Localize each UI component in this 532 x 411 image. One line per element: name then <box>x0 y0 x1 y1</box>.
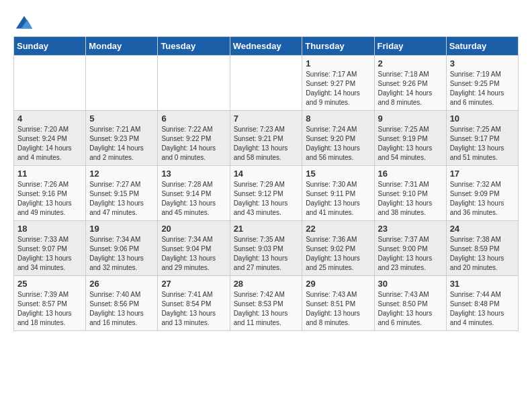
day-info: Sunrise: 7:24 AM Sunset: 9:20 PM Dayligh… <box>306 126 360 161</box>
day-number: 27 <box>161 279 226 289</box>
calendar-cell: 24Sunrise: 7:38 AM Sunset: 8:59 PM Dayli… <box>446 221 518 276</box>
day-info: Sunrise: 7:43 AM Sunset: 8:51 PM Dayligh… <box>306 291 360 326</box>
day-info: Sunrise: 7:32 AM Sunset: 9:09 PM Dayligh… <box>450 181 504 216</box>
calendar-cell: 11Sunrise: 7:26 AM Sunset: 9:16 PM Dayli… <box>14 166 86 221</box>
day-number: 30 <box>378 279 443 289</box>
calendar-cell: 9Sunrise: 7:25 AM Sunset: 9:19 PM Daylig… <box>374 111 446 166</box>
column-header-tuesday: Tuesday <box>158 37 230 56</box>
week-row-5: 25Sunrise: 7:39 AM Sunset: 8:57 PM Dayli… <box>14 276 519 331</box>
calendar-cell: 31Sunrise: 7:44 AM Sunset: 8:48 PM Dayli… <box>446 276 518 331</box>
calendar-cell: 4Sunrise: 7:20 AM Sunset: 9:24 PM Daylig… <box>14 111 86 166</box>
day-number: 5 <box>89 113 154 124</box>
calendar-cell: 18Sunrise: 7:33 AM Sunset: 9:07 PM Dayli… <box>14 221 86 276</box>
day-info: Sunrise: 7:19 AM Sunset: 9:25 PM Dayligh… <box>450 71 504 106</box>
day-number: 25 <box>17 279 82 289</box>
calendar-cell: 16Sunrise: 7:31 AM Sunset: 9:10 PM Dayli… <box>374 166 446 221</box>
calendar-cell: 21Sunrise: 7:35 AM Sunset: 9:03 PM Dayli… <box>230 221 302 276</box>
day-info: Sunrise: 7:44 AM Sunset: 8:48 PM Dayligh… <box>450 291 504 326</box>
calendar-cell: 2Sunrise: 7:18 AM Sunset: 9:26 PM Daylig… <box>374 56 446 111</box>
calendar-cell: 30Sunrise: 7:43 AM Sunset: 8:50 PM Dayli… <box>374 276 446 331</box>
week-row-1: 1Sunrise: 7:17 AM Sunset: 9:27 PM Daylig… <box>14 56 519 111</box>
day-number: 17 <box>450 169 515 179</box>
calendar-cell: 10Sunrise: 7:25 AM Sunset: 9:17 PM Dayli… <box>446 111 518 166</box>
day-info: Sunrise: 7:26 AM Sunset: 9:16 PM Dayligh… <box>17 181 72 216</box>
day-info: Sunrise: 7:40 AM Sunset: 8:56 PM Dayligh… <box>89 291 144 326</box>
calendar-header-row: SundayMondayTuesdayWednesdayThursdayFrid… <box>14 37 519 56</box>
calendar-cell: 20Sunrise: 7:34 AM Sunset: 9:04 PM Dayli… <box>158 221 230 276</box>
day-number: 16 <box>378 169 443 179</box>
calendar-cell: 22Sunrise: 7:36 AM Sunset: 9:02 PM Dayli… <box>302 221 374 276</box>
column-header-sunday: Sunday <box>14 37 86 56</box>
day-number: 10 <box>450 113 515 124</box>
day-number: 31 <box>450 279 515 289</box>
page-header <box>13 13 519 30</box>
day-info: Sunrise: 7:25 AM Sunset: 9:19 PM Dayligh… <box>378 126 433 161</box>
calendar-cell: 15Sunrise: 7:30 AM Sunset: 9:11 PM Dayli… <box>302 166 374 221</box>
day-number: 23 <box>378 224 443 234</box>
day-number: 20 <box>161 224 226 234</box>
day-info: Sunrise: 7:25 AM Sunset: 9:17 PM Dayligh… <box>450 126 504 161</box>
day-info: Sunrise: 7:35 AM Sunset: 9:03 PM Dayligh… <box>234 236 288 271</box>
calendar-cell: 3Sunrise: 7:19 AM Sunset: 9:25 PM Daylig… <box>446 56 518 111</box>
calendar-cell: 28Sunrise: 7:42 AM Sunset: 8:53 PM Dayli… <box>230 276 302 331</box>
calendar-cell: 1Sunrise: 7:17 AM Sunset: 9:27 PM Daylig… <box>302 56 374 111</box>
day-info: Sunrise: 7:34 AM Sunset: 9:06 PM Dayligh… <box>89 236 144 271</box>
day-number: 4 <box>17 113 82 124</box>
day-number: 22 <box>306 224 370 234</box>
day-number: 24 <box>450 224 515 234</box>
day-number: 7 <box>234 113 299 124</box>
day-number: 3 <box>450 58 515 68</box>
day-info: Sunrise: 7:31 AM Sunset: 9:10 PM Dayligh… <box>378 181 433 216</box>
week-row-2: 4Sunrise: 7:20 AM Sunset: 9:24 PM Daylig… <box>14 111 519 166</box>
day-number: 12 <box>89 169 154 179</box>
day-number: 2 <box>378 58 443 68</box>
day-number: 26 <box>89 279 154 289</box>
column-header-saturday: Saturday <box>446 37 518 56</box>
calendar-cell: 17Sunrise: 7:32 AM Sunset: 9:09 PM Dayli… <box>446 166 518 221</box>
day-info: Sunrise: 7:20 AM Sunset: 9:24 PM Dayligh… <box>17 126 72 161</box>
day-number: 28 <box>234 279 299 289</box>
day-number: 15 <box>306 169 370 179</box>
day-info: Sunrise: 7:23 AM Sunset: 9:21 PM Dayligh… <box>234 126 288 161</box>
day-number: 29 <box>306 279 370 289</box>
day-info: Sunrise: 7:30 AM Sunset: 9:11 PM Dayligh… <box>306 181 360 216</box>
logo-icon <box>15 13 34 32</box>
day-info: Sunrise: 7:28 AM Sunset: 9:14 PM Dayligh… <box>161 181 216 216</box>
calendar-table: SundayMondayTuesdayWednesdayThursdayFrid… <box>13 36 519 331</box>
calendar-cell: 26Sunrise: 7:40 AM Sunset: 8:56 PM Dayli… <box>86 276 158 331</box>
day-info: Sunrise: 7:37 AM Sunset: 9:00 PM Dayligh… <box>378 236 433 271</box>
day-number: 19 <box>89 224 154 234</box>
calendar-cell <box>158 56 230 111</box>
day-number: 13 <box>161 169 226 179</box>
day-info: Sunrise: 7:34 AM Sunset: 9:04 PM Dayligh… <box>161 236 216 271</box>
calendar-cell: 7Sunrise: 7:23 AM Sunset: 9:21 PM Daylig… <box>230 111 302 166</box>
column-header-monday: Monday <box>86 37 158 56</box>
calendar-cell: 29Sunrise: 7:43 AM Sunset: 8:51 PM Dayli… <box>302 276 374 331</box>
day-info: Sunrise: 7:21 AM Sunset: 9:23 PM Dayligh… <box>89 126 144 161</box>
calendar-cell: 19Sunrise: 7:34 AM Sunset: 9:06 PM Dayli… <box>86 221 158 276</box>
day-info: Sunrise: 7:27 AM Sunset: 9:15 PM Dayligh… <box>89 181 144 216</box>
calendar-cell: 8Sunrise: 7:24 AM Sunset: 9:20 PM Daylig… <box>302 111 374 166</box>
day-info: Sunrise: 7:41 AM Sunset: 8:54 PM Dayligh… <box>161 291 216 326</box>
day-number: 11 <box>17 169 82 179</box>
day-info: Sunrise: 7:33 AM Sunset: 9:07 PM Dayligh… <box>17 236 72 271</box>
day-info: Sunrise: 7:29 AM Sunset: 9:12 PM Dayligh… <box>234 181 288 216</box>
day-info: Sunrise: 7:42 AM Sunset: 8:53 PM Dayligh… <box>234 291 288 326</box>
day-number: 9 <box>378 113 443 124</box>
column-header-friday: Friday <box>374 37 446 56</box>
week-row-3: 11Sunrise: 7:26 AM Sunset: 9:16 PM Dayli… <box>14 166 519 221</box>
day-number: 8 <box>306 113 370 124</box>
logo <box>13 13 34 30</box>
calendar-cell: 13Sunrise: 7:28 AM Sunset: 9:14 PM Dayli… <box>158 166 230 221</box>
day-info: Sunrise: 7:43 AM Sunset: 8:50 PM Dayligh… <box>378 291 433 326</box>
day-number: 21 <box>234 224 299 234</box>
day-info: Sunrise: 7:17 AM Sunset: 9:27 PM Dayligh… <box>306 71 360 106</box>
calendar-cell: 5Sunrise: 7:21 AM Sunset: 9:23 PM Daylig… <box>86 111 158 166</box>
calendar-cell <box>230 56 302 111</box>
column-header-wednesday: Wednesday <box>230 37 302 56</box>
day-info: Sunrise: 7:38 AM Sunset: 8:59 PM Dayligh… <box>450 236 504 271</box>
day-number: 6 <box>161 113 226 124</box>
day-info: Sunrise: 7:36 AM Sunset: 9:02 PM Dayligh… <box>306 236 360 271</box>
day-number: 18 <box>17 224 82 234</box>
calendar-cell: 27Sunrise: 7:41 AM Sunset: 8:54 PM Dayli… <box>158 276 230 331</box>
